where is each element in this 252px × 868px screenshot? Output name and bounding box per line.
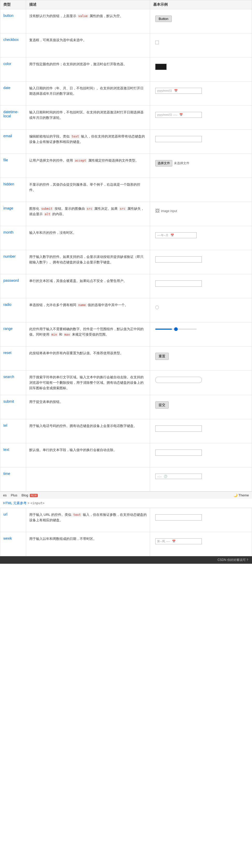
type-link-button[interactable]: button bbox=[3, 13, 23, 18]
search-example[interactable] bbox=[155, 377, 202, 383]
type-link-hidden[interactable]: hidden bbox=[3, 182, 23, 186]
desc-text-range: 此控件用于输入不需要精确的数字。控件是一个范围组件，默认值为正中间的值。同时使用… bbox=[29, 327, 147, 337]
footer-link-es[interactable]: es bbox=[3, 493, 7, 497]
desc-cell-datetime-local: 输入日期和时间的控件，不包括时区。在支持的浏览器激活时打开日期选择器或年月日的数… bbox=[26, 106, 150, 130]
email-example[interactable] bbox=[155, 136, 202, 142]
desc-text-file: 让用户选择文件的控件。使用 accept 属性规定控件能选择的文件类型。 bbox=[29, 158, 147, 163]
example-cell-url bbox=[150, 508, 252, 532]
reset-example[interactable]: 重置 bbox=[155, 353, 169, 360]
password-example[interactable] bbox=[155, 280, 202, 287]
example-cell-color bbox=[150, 58, 252, 82]
example-cell-week: 第--周, ----📅 bbox=[150, 532, 252, 556]
table-row: button没有默认行为的按钮，上面显示 value 属性的值，默认为空。But… bbox=[0, 9, 252, 33]
example-cell-range bbox=[150, 322, 252, 346]
type-link-image[interactable]: image bbox=[3, 206, 23, 210]
type-link-datetime-local[interactable]: datetime-local bbox=[3, 110, 23, 118]
type-link-url[interactable]: url bbox=[3, 512, 23, 516]
type-cell-checkbox: checkbox bbox=[0, 33, 26, 58]
range-example[interactable] bbox=[155, 329, 207, 330]
desc-cell-image: 图形化 submit 按钮。显示的图像由 src 属性决定。如果 src 属性缺… bbox=[26, 202, 150, 226]
type-link-reset[interactable]: reset bbox=[3, 351, 23, 355]
desc-text-search: 用于搜索字符串的单行文字区域。输入文本中的换行会被自动去除。在支持的浏览器中可能… bbox=[29, 375, 147, 391]
breadcrumb-parent[interactable]: HTML 元素参考 bbox=[3, 501, 27, 505]
desc-text-color: 用于指定颜色的控件；在支持的浏览器中，激活时会打开取色器。 bbox=[29, 62, 147, 67]
checkbox-example[interactable] bbox=[155, 41, 159, 44]
desc-text-checkbox: 复选框，可将其值设为选中或未选中。 bbox=[29, 37, 147, 43]
text-example[interactable] bbox=[155, 450, 202, 456]
table-row: tel用于输入电话号码的控件。拥有动态键盘的设备上会显示电话数字键盘。 bbox=[0, 419, 252, 443]
type-link-tel[interactable]: tel bbox=[3, 423, 23, 428]
example-cell-datetime-local: yyyy/mm/日 --:--📅 bbox=[150, 106, 252, 130]
type-link-text[interactable]: text bbox=[3, 447, 23, 452]
type-link-radio[interactable]: radio bbox=[3, 303, 23, 307]
footer-blog-wrap: Blog NEW bbox=[22, 493, 38, 497]
desc-cell-checkbox: 复选框，可将其值设为选中或未选中。 bbox=[26, 33, 150, 58]
example-cell-hidden bbox=[150, 178, 252, 202]
type-cell-time: time bbox=[0, 467, 26, 492]
csdn-bar: CSDN 你好好酱说可？ bbox=[0, 556, 252, 564]
type-cell-radio: radio bbox=[0, 298, 26, 322]
theme-button[interactable]: 🌙 Theme bbox=[233, 493, 249, 497]
desc-text-month: 输入年和月的控件，没有时区。 bbox=[29, 230, 147, 236]
example-cell-time: --:--🕐 bbox=[150, 467, 252, 492]
example-cell-month: ----年--月📅 bbox=[150, 226, 252, 250]
example-cell-button: Button bbox=[150, 9, 252, 33]
example-cell-tel bbox=[150, 419, 252, 443]
number-example[interactable] bbox=[155, 256, 202, 262]
file-no-file-label: 未选择文件 bbox=[174, 161, 189, 165]
type-link-time[interactable]: time bbox=[3, 471, 23, 476]
example-cell-number bbox=[150, 250, 252, 274]
table-row: search用于搜索字符串的单行文字区域。输入文本中的换行会被自动去除。在支持的… bbox=[0, 371, 252, 395]
type-cell-email: email bbox=[0, 130, 26, 154]
footer-bar: es Plus Blog NEW 🌙 Theme bbox=[0, 492, 252, 499]
type-link-search[interactable]: search bbox=[3, 375, 23, 379]
example-cell-search bbox=[150, 371, 252, 395]
type-link-week[interactable]: week bbox=[3, 536, 23, 540]
type-link-number[interactable]: number bbox=[3, 254, 23, 258]
footer-link-plus[interactable]: Plus bbox=[11, 493, 17, 497]
week-example[interactable]: 第--周, ----📅 bbox=[155, 538, 202, 544]
table-row: reset此按钮将表单中的所有内容重置为默认值。不推荐使用该类型。重置 bbox=[0, 346, 252, 371]
blog-badge: NEW bbox=[30, 494, 38, 497]
breadcrumb-current: <input> bbox=[30, 501, 44, 505]
desc-text-password: 单行的文本区域，其值会被遮盖。如果站点不安全，会警告用户。 bbox=[29, 278, 147, 284]
example-cell-submit: 提交 bbox=[150, 395, 252, 419]
type-cell-text: text bbox=[0, 443, 26, 467]
color-example[interactable] bbox=[155, 64, 167, 70]
url-example[interactable] bbox=[155, 514, 202, 521]
csdn-label: CSDN 你好好酱说可？ bbox=[218, 558, 249, 562]
image-example: 🖼image input bbox=[155, 208, 177, 214]
datetime-example[interactable]: yyyy/mm/日 --:--📅 bbox=[155, 112, 202, 118]
tel-example[interactable] bbox=[155, 426, 202, 432]
submit-example[interactable]: 提交 bbox=[155, 401, 169, 409]
desc-text-submit: 用于提交表单的按钮。 bbox=[29, 399, 147, 405]
type-cell-month: month bbox=[0, 226, 26, 250]
file-choose-button[interactable]: 选择文件 bbox=[155, 160, 172, 166]
time-example[interactable]: --:--🕐 bbox=[155, 474, 202, 479]
table-row: time--:--🕐 bbox=[0, 467, 252, 492]
button-example[interactable]: Button bbox=[155, 16, 172, 22]
radio-example[interactable] bbox=[155, 306, 159, 309]
type-link-file[interactable]: file bbox=[3, 158, 23, 162]
month-example[interactable]: ----年--月📅 bbox=[155, 232, 196, 238]
date-example[interactable]: yyyy/mm/日📅 bbox=[155, 88, 202, 94]
type-link-month[interactable]: month bbox=[3, 230, 23, 234]
type-link-range[interactable]: range bbox=[3, 327, 23, 331]
type-link-checkbox[interactable]: checkbox bbox=[3, 37, 23, 42]
type-link-email[interactable]: email bbox=[3, 134, 23, 138]
type-link-submit[interactable]: submit bbox=[3, 399, 23, 403]
type-link-password[interactable]: password bbox=[3, 278, 23, 282]
bottom-reference-table: url用于输入 URL 的控件。类似 text 输入，但在有验证参数，在支持动态… bbox=[0, 508, 252, 556]
desc-cell-search: 用于搜索字符串的单行文字区域。输入文本中的换行会被自动去除。在支持的浏览器中可能… bbox=[26, 371, 150, 395]
type-cell-image: image bbox=[0, 202, 26, 226]
type-link-color[interactable]: color bbox=[3, 62, 23, 66]
desc-cell-hidden: 不显示的控件，其值仍会提交到服务器。举个例子，右边就是一个隐形的控件。 bbox=[26, 178, 150, 202]
type-link-date[interactable]: date bbox=[3, 86, 23, 90]
table-row: datetime-local输入日期和时间的控件，不包括时区。在支持的浏览器激活… bbox=[0, 106, 252, 130]
type-cell-submit: submit bbox=[0, 395, 26, 419]
range-input[interactable] bbox=[155, 329, 196, 330]
table-row: text默认值。单行的文本字段，输入值中的换行会被自动去除。 bbox=[0, 443, 252, 467]
table-row: image图形化 submit 按钮。显示的图像由 src 属性决定。如果 sr… bbox=[0, 202, 252, 226]
table-row: email编辑邮箱地址的字段。类似 text 输入，但在支持的浏览器和带有动态键… bbox=[0, 130, 252, 154]
footer-link-blog[interactable]: Blog bbox=[22, 493, 28, 497]
